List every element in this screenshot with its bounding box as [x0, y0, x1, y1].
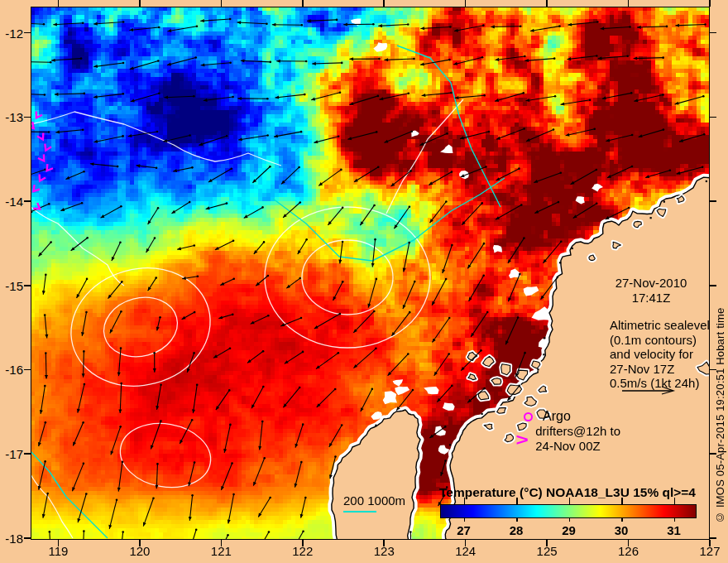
x-tick-label: 124 [448, 544, 484, 558]
colorbar-tick [569, 517, 571, 522]
colorbar-tick-label: 31 [658, 523, 691, 537]
x-tick [383, 0, 385, 7]
altimetric-line: Altimetric sealevel [610, 318, 710, 333]
colorbar-tick [516, 498, 518, 504]
x-tick-label: 119 [40, 544, 76, 558]
y-tick [710, 32, 716, 34]
colorbar-tick-label: 30 [605, 523, 638, 537]
y-tick [710, 453, 716, 455]
y-tick [710, 537, 716, 539]
map-plot: 27-Nov-2010 17:41Z Altimetric sealevel (… [31, 7, 710, 540]
altimetric-line: and velocity for [610, 347, 710, 362]
sst-map-canvas [31, 7, 710, 540]
y-tick [24, 200, 31, 202]
colorbar-tick [674, 517, 676, 522]
x-tick-label: 122 [285, 544, 321, 558]
y-tick-label: -12 [0, 26, 23, 41]
drifters-label-line2: 24-Nov 00Z [535, 439, 620, 454]
colorbar: Temperature (°C) NOAA18_L3U 15% ql>=4 27… [440, 485, 695, 540]
x-tick [546, 0, 548, 7]
y-tick-label: -15 [0, 279, 23, 293]
y-tick [24, 369, 31, 371]
x-tick [139, 0, 141, 7]
velocity-scale-arrow [620, 383, 678, 397]
datetime-date: 27-Nov-2010 [577, 276, 710, 291]
y-tick-label: -14 [0, 195, 23, 209]
argo-legend: Argo [524, 409, 571, 424]
y-tick [710, 117, 716, 118]
altimetric-annotation: Altimetric sealevel (0.1m contours) and … [610, 318, 710, 391]
colorbar-tick [516, 517, 518, 522]
colorbar-tick [621, 498, 623, 504]
colorbar-tick [674, 498, 676, 504]
x-tick-label: 125 [529, 544, 565, 558]
argo-symbol-icon [524, 412, 533, 421]
y-tick-label: -18 [0, 532, 23, 546]
colorbar-tick-label: 27 [448, 523, 481, 537]
x-tick [465, 0, 467, 7]
argo-label: Argo [543, 409, 571, 424]
colorbar-tick [464, 498, 466, 504]
x-tick [221, 0, 223, 7]
drifter-symbol-icon: > [515, 431, 528, 448]
colorbar-tick [464, 517, 466, 522]
y-tick-label: -17 [0, 447, 23, 461]
colorbar-tick-label: 29 [553, 523, 586, 537]
y-tick [710, 200, 716, 202]
y-tick [24, 117, 31, 118]
altimetric-line: (0.1m contours) [610, 333, 710, 348]
y-tick [24, 453, 31, 455]
bathymetry-scale: 200 1000m [343, 493, 405, 512]
colorbar-tick-label: 28 [500, 523, 533, 537]
x-tick [58, 0, 60, 7]
x-tick-label: 121 [203, 544, 239, 558]
x-tick-label: 120 [122, 544, 158, 558]
altimetric-line: 27-Nov 17Z [610, 362, 710, 377]
credit-text: © IMOS 05-Apr-2015 19:20:51 Hobart time [714, 76, 726, 523]
x-tick [709, 0, 711, 7]
datetime-annotation: 27-Nov-2010 17:41Z [577, 276, 710, 306]
datetime-time: 17:41Z [577, 291, 710, 306]
colorbar-gradient [440, 504, 697, 518]
y-tick [710, 369, 716, 371]
colorbar-title: Temperature (°C) NOAA18_L3U 15% ql>=4 [415, 485, 710, 500]
colorbar-tick [621, 517, 623, 522]
bathymetry-scale-label: 200 1000m [343, 493, 405, 508]
x-tick-label: 126 [611, 544, 647, 558]
x-tick-label: 123 [366, 544, 402, 558]
y-tick [24, 537, 31, 539]
y-tick [24, 285, 31, 286]
drifters-label-line1: drifters@12h to [535, 424, 620, 439]
y-tick [710, 285, 716, 286]
y-tick-label: -16 [0, 363, 23, 377]
drifters-legend: > drifters@12h to 24-Nov 00Z [517, 424, 620, 454]
figure: 27-Nov-2010 17:41Z Altimetric sealevel (… [0, 0, 728, 563]
y-tick-label: -13 [0, 110, 23, 124]
x-tick [302, 0, 304, 7]
colorbar-tick [569, 498, 571, 504]
x-tick [628, 0, 630, 7]
x-tick-label: 127 [692, 544, 728, 558]
y-tick [24, 32, 31, 34]
bathymetry-scale-line [343, 511, 376, 512]
